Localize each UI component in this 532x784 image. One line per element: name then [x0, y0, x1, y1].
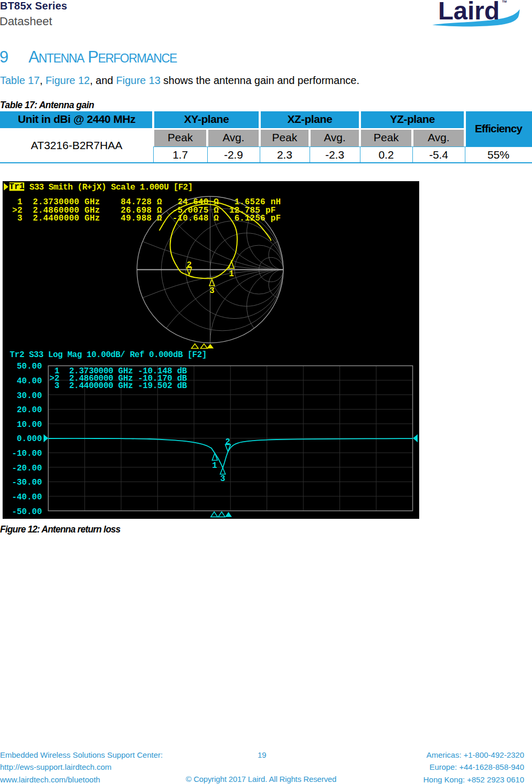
svg-text:50.00: 50.00 — [17, 362, 42, 371]
svg-text:2: 2 — [187, 260, 192, 270]
svg-text:-40.00: -40.00 — [12, 493, 42, 502]
svg-text:40.00: 40.00 — [17, 377, 42, 386]
svg-text:3: 3 — [209, 286, 215, 296]
svg-text:3 2.4400000 GHz -19.502 dB: 3 2.4400000 GHz -19.502 dB — [45, 381, 187, 391]
svg-text:Tr2 S33 Log Mag 10.00dB/ Ref 0: Tr2 S33 Log Mag 10.00dB/ Ref 0.000dB [F2… — [10, 350, 207, 360]
svg-text:30.00: 30.00 — [17, 391, 42, 401]
svg-text:-20.00: -20.00 — [12, 464, 42, 473]
svg-text:TM: TM — [502, 0, 507, 3]
svg-text:Laird: Laird — [438, 0, 499, 25]
svg-text:10.00: 10.00 — [17, 420, 42, 430]
svg-text:0.000: 0.000 — [17, 434, 42, 444]
svg-text:-30.00: -30.00 — [12, 478, 42, 487]
svg-text:20.00: 20.00 — [17, 405, 42, 415]
svg-text:Tr1: Tr1 — [9, 182, 25, 192]
svg-text:-10.00: -10.00 — [12, 449, 42, 458]
svg-text:S33 Smith (R+jX) Scale 1.000U: S33 Smith (R+jX) Scale 1.000U [F2] — [29, 183, 193, 192]
svg-text:-50.00: -50.00 — [12, 507, 42, 517]
svg-text:3 2.4400000 GHz 49.988 Ω: 3 2.4400000 GHz 49.988 Ω -10.648 Ω 6.125… — [7, 214, 281, 223]
svg-text:1: 1 — [229, 269, 234, 279]
svg-text:1: 1 — [212, 461, 217, 471]
svg-text:2: 2 — [225, 437, 230, 447]
svg-text:3: 3 — [220, 474, 226, 484]
